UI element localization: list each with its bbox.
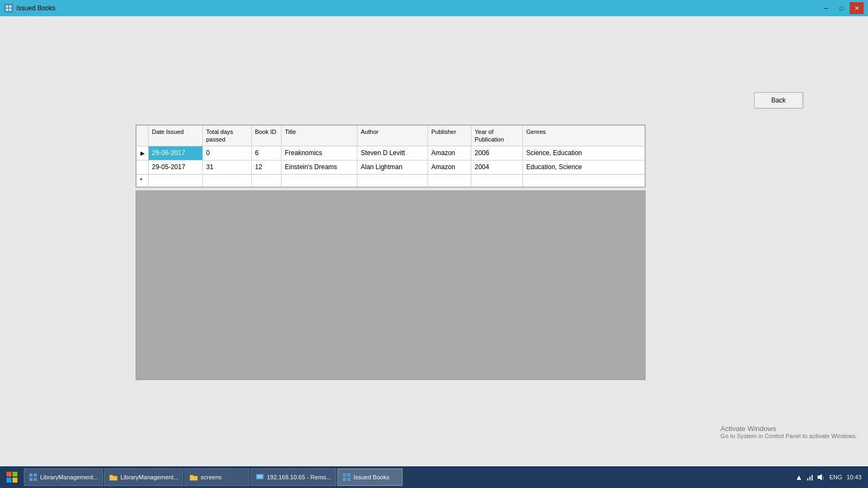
col-year: Year of Publication — [471, 126, 523, 146]
taskbar-item-icon — [189, 473, 198, 481]
col-genres: Genres — [523, 126, 645, 146]
svg-rect-10 — [29, 478, 33, 481]
svg-rect-0 — [6, 5, 8, 8]
activate-windows-notice: Activate Windows Go to System in Control… — [720, 425, 857, 439]
svg-rect-5 — [12, 472, 17, 477]
taskbar: LibraryManagement...LibraryManagement...… — [0, 466, 868, 488]
clock-time: 10:43 — [846, 474, 861, 480]
svg-rect-20 — [812, 475, 813, 480]
svg-rect-17 — [347, 478, 350, 481]
tray-arrow-icon[interactable]: ▲ — [795, 473, 803, 481]
col-book-id: Book ID — [252, 126, 282, 146]
close-button[interactable]: ✕ — [850, 2, 864, 14]
taskbar-item[interactable]: 192.168.10.65 - Remo... — [251, 468, 336, 486]
table-row[interactable]: 29-05-20173112Einstein's DreamsAlan Ligh… — [137, 160, 645, 174]
svg-rect-1 — [9, 5, 11, 8]
app-icon — [4, 4, 13, 12]
start-button[interactable] — [2, 467, 22, 487]
svg-rect-9 — [34, 473, 37, 477]
taskbar-item[interactable]: LibraryManagement... — [24, 468, 103, 486]
col-publisher: Publisher — [428, 126, 471, 146]
tray-network-icon — [806, 473, 814, 481]
taskbar-item-icon — [256, 473, 264, 481]
window-controls: ─ □ ✕ — [819, 2, 864, 14]
svg-rect-16 — [343, 478, 346, 481]
svg-rect-7 — [12, 478, 17, 483]
table-row[interactable]: ▶29-06-201706FreaknomicsSteven D LevittA… — [137, 146, 645, 160]
svg-rect-13 — [257, 475, 263, 478]
table-header-row: Date Issued Total days passed Book ID Ti… — [137, 126, 645, 146]
taskbar-item-label: LibraryManagement... — [120, 474, 178, 480]
taskbar-item-icon — [109, 473, 118, 481]
taskbar-item-label: LibraryManagement... — [40, 474, 98, 480]
taskbar-item-label: Issued Books — [354, 474, 390, 480]
col-date-issued: Date Issued — [149, 126, 203, 146]
svg-rect-14 — [343, 473, 346, 477]
tray-volume-icon: ) — [816, 473, 825, 481]
taskbar-item[interactable]: Issued Books — [337, 468, 403, 486]
table-gray-area — [136, 190, 646, 380]
svg-marker-21 — [818, 474, 822, 480]
issued-books-table: Date Issued Total days passed Book ID Ti… — [136, 125, 645, 187]
minimize-button[interactable]: ─ — [819, 2, 833, 14]
taskbar-item[interactable]: screens — [184, 468, 250, 486]
svg-rect-15 — [347, 473, 350, 477]
svg-rect-18 — [807, 478, 808, 480]
taskbar-items: LibraryManagement...LibraryManagement...… — [24, 468, 403, 486]
col-title: Title — [282, 126, 358, 146]
title-bar: Issued Books ─ □ ✕ — [0, 0, 868, 16]
activate-windows-sub: Go to System in Control Panel to activat… — [720, 433, 857, 439]
table-new-row: * — [137, 174, 645, 187]
taskbar-right: ▲ ) ENG 10:43 — [795, 473, 866, 481]
svg-rect-8 — [29, 473, 33, 477]
window-title: Issued Books — [16, 4, 55, 12]
back-button[interactable]: Back — [754, 92, 803, 108]
col-selector — [137, 126, 149, 146]
taskbar-item-label: 192.168.10.65 - Remo... — [267, 474, 331, 480]
taskbar-item-icon — [342, 473, 351, 481]
table-body: ▶29-06-201706FreaknomicsSteven D LevittA… — [137, 146, 645, 187]
system-tray: ▲ ) — [795, 473, 825, 481]
taskbar-item[interactable]: LibraryManagement... — [104, 468, 183, 486]
activate-windows-main: Activate Windows — [720, 425, 857, 433]
issued-books-table-container: Date Issued Total days passed Book ID Ti… — [136, 125, 646, 188]
svg-rect-19 — [809, 477, 810, 480]
title-bar-left: Issued Books — [4, 4, 55, 12]
svg-text:): ) — [822, 476, 824, 480]
svg-rect-6 — [7, 478, 11, 483]
svg-rect-3 — [9, 9, 11, 11]
col-author: Author — [358, 126, 428, 146]
taskbar-item-label: screens — [201, 474, 222, 480]
system-clock: 10:43 — [846, 474, 861, 480]
lang-label: ENG — [829, 474, 843, 480]
svg-rect-4 — [7, 472, 11, 477]
taskbar-item-icon — [29, 473, 37, 481]
col-total-days: Total days passed — [203, 126, 252, 146]
maximize-button[interactable]: □ — [834, 2, 848, 14]
main-content: Back Date Issued Total days passed Book … — [0, 16, 868, 466]
svg-rect-11 — [34, 478, 37, 481]
svg-rect-2 — [6, 9, 8, 11]
